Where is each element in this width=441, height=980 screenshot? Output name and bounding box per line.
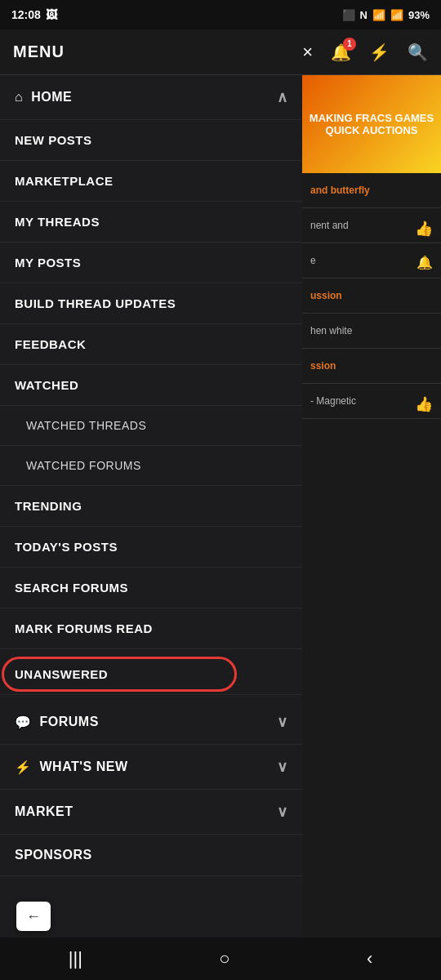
build-thread-updates-label: BUILD THREAD UPDATES xyxy=(15,296,176,310)
sidebar-item-watched[interactable]: WATCHED xyxy=(0,365,302,406)
header: MENU × 🔔 1 ⚡ 🔍 xyxy=(0,29,441,75)
sidebar-item-watched-forums[interactable]: WATCHED FORUMS xyxy=(0,446,302,486)
nav-menu-icon[interactable]: ||| xyxy=(52,942,99,976)
lightning-menu-icon: ⚡ xyxy=(15,760,32,775)
status-bar: 12:08 🖼 ⬛ N 📶 📶 93% xyxy=(0,0,441,29)
sidebar-item-trending[interactable]: TRENDING xyxy=(0,486,302,527)
bg-item-2-text: nent and xyxy=(310,220,349,231)
bg-item-7: - Magnetic 👍 xyxy=(302,384,441,419)
bg-item-1: and butterfly xyxy=(302,173,441,208)
sidebar-item-forums[interactable]: 💬 FORUMS ∨ xyxy=(0,700,302,745)
bg-item-4-text: ussion xyxy=(310,290,342,301)
gallery-icon: 🖼 xyxy=(46,8,57,21)
header-actions: × 🔔 1 ⚡ 🔍 xyxy=(302,42,428,63)
search-forums-label: SEARCH FORUMS xyxy=(15,581,128,595)
forums-chat-icon: 💬 xyxy=(15,715,32,730)
sidebar-item-marketplace[interactable]: MARKETPLACE xyxy=(0,161,302,202)
signal-icon: 📶 xyxy=(390,9,403,21)
bg-item-6: ssion xyxy=(302,349,441,384)
home-label-group: ⌂ HOME xyxy=(15,90,72,105)
bg-item-3: e 🔔 xyxy=(302,243,441,278)
sidebar-item-my-posts[interactable]: MY POSTS xyxy=(0,243,302,283)
mark-forums-read-label: MARK FORUMS READ xyxy=(15,621,153,635)
nav-home-icon[interactable]: ○ xyxy=(203,942,246,976)
sidebar-item-todays-posts[interactable]: TODAY'S POSTS xyxy=(0,527,302,568)
bell-item-icon: 🔔 xyxy=(416,253,433,273)
bg-item-5: hen white xyxy=(302,314,441,349)
todays-posts-label: TODAY'S POSTS xyxy=(15,540,118,554)
chevron-up-icon: ∧ xyxy=(277,88,288,106)
bg-item-7-text: - Magnetic xyxy=(310,395,356,407)
new-posts-label: NEW POSTS xyxy=(15,133,92,147)
bg-item-1-text: and butterfly xyxy=(310,185,370,196)
feedback-label: FEEDBACK xyxy=(15,337,86,351)
forums-chevron-down-icon: ∨ xyxy=(277,713,288,731)
promo-image: MAKING FRACS GAMES QUICK AUCTIONS xyxy=(302,75,441,173)
sidebar-item-search-forums[interactable]: SEARCH FORUMS xyxy=(0,568,302,608)
nav-bar: ||| ○ ‹ xyxy=(0,938,441,980)
my-threads-label: MY THREADS xyxy=(15,215,100,229)
sidebar-item-build-thread-updates[interactable]: BUILD THREAD UPDATES xyxy=(0,283,302,324)
sidebar-item-feedback[interactable]: FEEDBACK xyxy=(0,324,302,365)
bg-item-6-text: ssion xyxy=(310,360,336,372)
market-chevron-down-icon: ∨ xyxy=(277,803,288,821)
back-arrow-icon: ← xyxy=(26,908,41,925)
sidebar-item-my-threads[interactable]: MY THREADS xyxy=(0,202,302,243)
sidebar-item-watched-threads[interactable]: WATCHED THREADS xyxy=(0,406,302,446)
wifi-icon: 📶 xyxy=(372,9,385,21)
close-button[interactable]: × xyxy=(302,42,313,63)
bg-item-3-text: e xyxy=(310,255,316,266)
background-content: MAKING FRACS GAMES QUICK AUCTIONS and bu… xyxy=(302,75,441,938)
main-layout: ⌂ HOME ∧ NEW POSTS MARKETPLACE MY THREAD… xyxy=(0,75,441,938)
whats-new-label: WHAT'S NEW xyxy=(40,760,128,774)
back-button[interactable]: ← xyxy=(16,902,51,931)
trending-label: TRENDING xyxy=(15,499,82,513)
sponsors-label: SPONSORS xyxy=(15,848,92,862)
market-label-group: MARKET xyxy=(15,804,73,819)
marketplace-label: MARKETPLACE xyxy=(15,174,114,188)
unanswered-label: UNANSWERED xyxy=(15,667,108,681)
menu-title: MENU xyxy=(13,42,65,61)
nfc-icon: N xyxy=(360,9,368,21)
nav-back-icon[interactable]: ‹ xyxy=(350,942,389,976)
status-icons: ⬛ N 📶 📶 93% xyxy=(342,9,430,21)
sidebar-item-mark-forums-read[interactable]: MARK FORUMS READ xyxy=(0,608,302,649)
home-icon: ⌂ xyxy=(15,90,23,105)
menu-panel: ⌂ HOME ∧ NEW POSTS MARKETPLACE MY THREAD… xyxy=(0,75,302,938)
sidebar-item-sponsors[interactable]: SPONSORS xyxy=(0,835,302,876)
notification-badge: 1 xyxy=(343,38,356,51)
thumbs-up-icon-1: 👍 xyxy=(415,218,433,240)
home-label: HOME xyxy=(31,90,72,105)
lightning-icon[interactable]: ⚡ xyxy=(369,42,390,62)
promo-text: MAKING FRACS GAMES QUICK AUCTIONS xyxy=(309,112,434,136)
market-label: MARKET xyxy=(15,804,73,819)
my-posts-label: MY POSTS xyxy=(15,256,81,270)
sidebar-item-home[interactable]: ⌂ HOME ∧ xyxy=(0,75,302,120)
bg-item-4: ussion xyxy=(302,278,441,314)
watched-label: WATCHED xyxy=(15,378,78,392)
sidebar-item-market[interactable]: MARKET ∨ xyxy=(0,790,302,835)
thumbs-up-icon-2: 👍 xyxy=(415,394,433,416)
whats-new-chevron-down-icon: ∨ xyxy=(277,758,288,776)
search-icon[interactable]: 🔍 xyxy=(408,42,428,62)
battery: 93% xyxy=(408,9,430,21)
sidebar-item-new-posts[interactable]: NEW POSTS xyxy=(0,120,302,161)
whats-new-label-group: ⚡ WHAT'S NEW xyxy=(15,760,128,775)
sidebar-item-unanswered[interactable]: UNANSWERED xyxy=(0,654,302,695)
watched-threads-label: WATCHED THREADS xyxy=(26,419,146,432)
bg-item-5-text: hen white xyxy=(310,325,352,336)
sidebar-item-whats-new[interactable]: ⚡ WHAT'S NEW ∨ xyxy=(0,745,302,790)
forums-label: FORUMS xyxy=(40,715,99,729)
status-time-area: 12:08 🖼 xyxy=(11,8,57,21)
watched-forums-label: WATCHED FORUMS xyxy=(26,459,141,472)
bg-item-2: nent and 👍 xyxy=(302,208,441,243)
forums-label-group: 💬 FORUMS xyxy=(15,715,99,730)
sim-icon: ⬛ xyxy=(342,9,355,21)
time: 12:08 xyxy=(11,8,41,21)
notification-bell-icon[interactable]: 🔔 1 xyxy=(331,42,351,62)
